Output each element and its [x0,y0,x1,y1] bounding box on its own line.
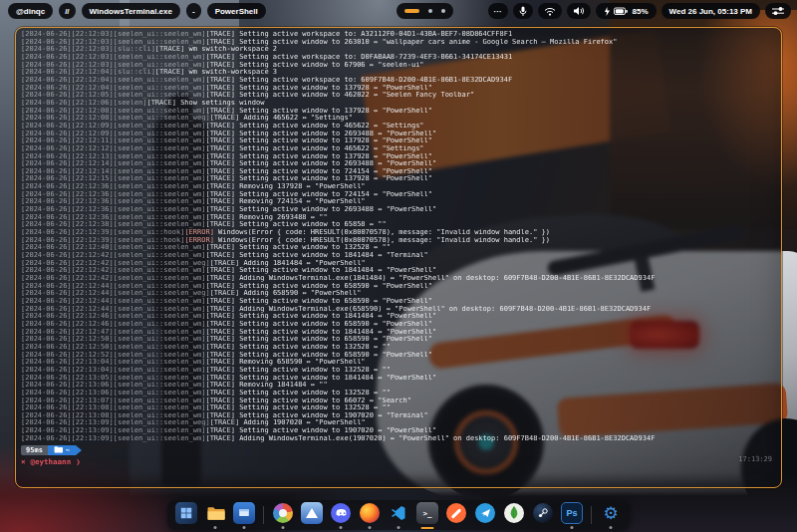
log-line: [2024-06-26][22:12:09][seelen_ui::seelen… [21,123,776,131]
log-line: [2024-06-26][22:12:13][seelen_ui::seelen… [21,153,776,161]
log-line: [2024-06-26][22:12:42][seelen_ui::seelen… [21,252,776,260]
log-line: [2024-06-26][22:12:04][seelen_ui::seelen… [21,85,776,93]
blue-circle-app-icon [474,502,496,524]
log-line: [2024-06-26][22:13:08][seelen_ui::seelen… [21,412,776,420]
running-indicator-dot [282,526,285,529]
prompt-user-line[interactable]: × @eythaann ❯ [21,457,776,466]
log-line: [2024-06-26][22:12:04][seelen_ui::seelen… [21,77,776,85]
battery-icon [614,7,629,16]
dock-item-window-app[interactable] [232,501,256,529]
log-line: [2024-06-26][22:13:08][seelen_ui::seelen… [21,404,776,412]
log-output: [2024-06-26][22:12:03][seelen_ui::seelen… [21,31,776,442]
log-line: [2024-06-26][22:12:44][seelen_ui::seelen… [21,290,776,298]
dock-item-photoshop[interactable]: Ps [560,501,584,529]
microphone-button[interactable] [513,3,533,19]
log-line: [2024-06-26][22:13:09][seelen_ui::seelen… [21,427,776,435]
log-line: [2024-06-26][22:12:42][seelen_ui::seelen… [21,260,776,268]
log-line: [2024-06-26][22:12:03][slu::cli][TRACE] … [21,46,776,54]
workspace-dot[interactable] [441,9,445,13]
vscode-icon [388,502,409,524]
battery-button[interactable]: 85% [596,3,657,19]
toggles-icon [771,6,785,16]
dock-item-firefox[interactable] [358,501,382,529]
discord-icon [330,502,352,524]
leaf-app-icon [503,502,525,524]
dock-separator [591,506,592,524]
log-line: [2024-06-26][22:12:06][seelen][TRACE] Sh… [21,100,776,108]
toolbar-left-group: @dinqc // WindowsTerminal.exe - PowerShe… [8,3,266,19]
log-line: [2024-06-26][22:12:36][seelen_ui::seelen… [21,191,776,199]
dock-item-orange-circle-app[interactable] [444,501,468,529]
log-line: [2024-06-26][22:12:09][seelen_ui::seelen… [21,131,776,138]
dock: >_Ps⚙ [167,500,630,530]
dock-item-vscode[interactable] [387,501,410,529]
prompt-duration: 95ms [21,445,48,455]
dock-item-blue-circle-app[interactable] [473,501,497,529]
log-line: [2024-06-26][22:12:36][seelen_ui::seelen… [21,214,776,222]
log-line: [2024-06-26][22:12:40][seelen_ui::seelen… [21,244,776,252]
running-indicator-dot [243,526,246,529]
battery-percent: 85% [633,7,649,16]
log-line: [2024-06-26][22:13:09][seelen_ui::seelen… [21,419,776,427]
dock-item-start-menu[interactable] [174,501,198,529]
photoshop-icon: Ps [561,502,583,524]
window-app-icon [233,502,255,524]
log-line: [2024-06-26][22:12:03][seelen_ui::seelen… [21,31,776,39]
fancy-toolbar: @dinqc // WindowsTerminal.exe - PowerShe… [0,0,797,24]
dock-item-file-explorer[interactable] [203,501,227,529]
running-indicator-dot [610,526,613,529]
steam-icon [532,502,554,524]
terminal-icon: >_ [416,502,438,524]
dock-item-terminal[interactable]: >_ [415,501,439,529]
network-button[interactable] [538,3,562,19]
running-indicator-dot [340,526,343,529]
log-line: [2024-06-26][22:12:52][seelen_ui::seelen… [21,352,776,360]
log-line: [2024-06-26][22:12:50][seelen_ui::seelen… [21,336,776,344]
log-line: [2024-06-26][22:12:44][seelen_ui::seelen… [21,283,776,291]
log-line: [2024-06-26][22:12:39][seelen_ui::hook][… [21,229,776,237]
start-menu-icon [175,502,197,524]
file-explorer-icon [204,502,226,524]
log-line: [2024-06-26][22:12:14][seelen_ui::seelen… [21,168,776,176]
focused-window-title-pill[interactable]: PowerShell [207,3,266,19]
log-line: [2024-06-26][22:12:08][seelen_ui::seelen… [21,115,776,123]
dock-item-leaf-app[interactable] [502,501,526,529]
folder-icon [54,445,63,456]
workspace-switcher[interactable] [397,3,453,19]
log-line: [2024-06-26][22:12:42][seelen_ui::seelen… [21,267,776,275]
settings-icon: ⚙ [600,502,622,524]
dock-item-color-wheel-app[interactable] [271,501,295,529]
volume-button[interactable] [567,3,591,19]
log-line: [2024-06-26][22:12:03][seelen_ui::seelen… [21,54,776,62]
log-line: [2024-06-26][22:13:06][seelen_ui::seelen… [21,390,776,398]
orange-circle-app-icon [445,502,467,524]
dock-item-triangle-app[interactable] [300,501,324,529]
separator-pill[interactable]: // [59,3,75,19]
log-line: [2024-06-26][22:13:05][seelen_ui::seelen… [21,375,776,383]
dash-pill[interactable]: - [186,3,201,19]
triangle-app-icon [301,502,323,524]
speaker-icon [573,6,585,16]
datetime-pill[interactable]: Wed 26 Jun, 05:13 PM [662,3,760,19]
dock-item-settings[interactable]: ⚙ [599,501,623,529]
firefox-icon [359,502,381,524]
focused-app-pill[interactable]: WindowsTerminal.exe [82,3,180,19]
quick-settings-button[interactable] [765,3,791,19]
dock-item-steam[interactable] [531,501,555,529]
log-line: [2024-06-26][22:12:36][seelen_ui::seelen… [21,198,776,206]
user-pill[interactable]: @dinqc [8,3,53,19]
workspace-dot[interactable] [428,9,432,13]
prompt-username: @eythaann [31,457,72,466]
workspace-active-indicator[interactable] [404,9,419,13]
terminal-window[interactable]: [2024-06-26][22:12:03][seelen_ui::seelen… [15,27,782,488]
overflow-button[interactable]: ··· [488,3,508,19]
log-line: [2024-06-26][22:12:14][seelen_ui::seelen… [21,160,776,168]
running-indicator-dot [214,526,217,529]
log-line: [2024-06-26][22:12:44][seelen_ui::seelen… [21,306,776,314]
charging-bolt-icon [604,7,610,16]
log-line: [2024-06-26][22:12:46][seelen_ui::seelen… [21,321,776,329]
log-line: [2024-06-26][22:12:11][seelen_ui::seelen… [21,137,776,145]
dock-item-discord[interactable] [329,501,353,529]
log-line: [2024-06-26][22:12:12][seelen_ui::seelen… [21,145,776,153]
running-indicator-dot [398,526,400,529]
